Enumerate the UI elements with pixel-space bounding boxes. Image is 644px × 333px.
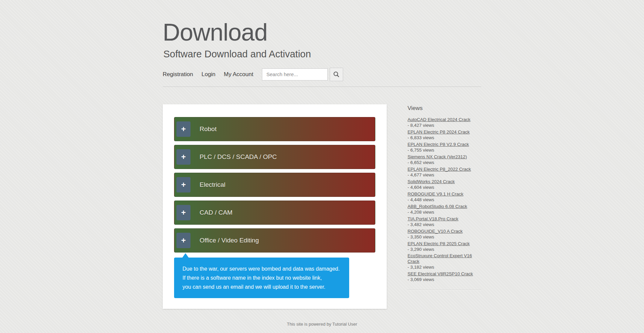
sidebar-views-count: - 6,652 views: [408, 160, 481, 165]
sidebar-link[interactable]: SolidWorks 2024 Crack: [408, 179, 455, 184]
plus-icon: +: [181, 209, 186, 217]
notice-box: Due to the war, our servers were bombed …: [174, 258, 349, 298]
page-tagline: Software Download and Activation: [163, 49, 481, 60]
page-title: Download: [163, 20, 481, 44]
sidebar-link[interactable]: AutoCAD Electrical 2024 Crack: [408, 117, 471, 122]
views-sidebar: Views AutoCAD Electrical 2024 Crack - 8,…: [408, 104, 481, 290]
sidebar-views-count: - 3,069 views: [408, 277, 481, 282]
accordion-item-electrical[interactable]: + Electrical: [174, 173, 375, 197]
sidebar-entry: EPLAN Electric P8_2022 Crack - 4,677 vie…: [408, 166, 481, 178]
sidebar-link[interactable]: ROBOGUIDE_V10 A Crack: [408, 228, 463, 234]
sidebar-entry: ABB_RobotStudio 6.08 Crack - 4,208 views: [408, 203, 481, 215]
sidebar-entry: EPLAN Electric P8 2024 Crack - 6,833 vie…: [408, 129, 481, 141]
search-input[interactable]: [262, 68, 328, 80]
sidebar-link[interactable]: EPLAN Electric P8 V2.9 Crack: [408, 142, 469, 147]
sidebar-entry: ROBOGUIDE V9.1 H Crack - 4,448 views: [408, 191, 481, 203]
notice-line: Due to the war, our servers were bombed …: [182, 264, 341, 273]
sidebar-views-count: - 3,482 views: [408, 222, 481, 227]
sidebar-list: AutoCAD Electrical 2024 Crack - 8,427 vi…: [408, 116, 481, 282]
accordion-label: Robot: [200, 125, 217, 133]
accordion-label: Office / Video Editing: [200, 237, 259, 244]
sidebar-link[interactable]: EPLAN Electric P8_2022 Crack: [408, 166, 471, 172]
plus-icon: +: [181, 153, 186, 161]
sidebar-entry: ROBOGUIDE_V10 A Crack - 3,350 views: [408, 228, 481, 240]
search-button[interactable]: [330, 68, 343, 81]
content-card: + Robot + PLC / DCS / SCADA / OPC + Elec…: [163, 104, 387, 309]
accordion-expand-button[interactable]: +: [176, 233, 191, 248]
sidebar-entry: SolidWorks 2024 Crack - 4,604 views: [408, 178, 481, 190]
sidebar-divider: [408, 290, 481, 290]
search-form: [262, 68, 343, 81]
sidebar-entry: EPLAN Electric P8 2025 Crack - 3,290 vie…: [408, 240, 481, 252]
sidebar-title: Views: [408, 105, 481, 112]
sidebar-views-count: - 3,290 views: [408, 246, 481, 252]
notice-line: you can send us an email and we will upl…: [182, 282, 341, 291]
sidebar-views-count: - 6,833 views: [408, 135, 481, 141]
nav-link-my-account[interactable]: My Account: [224, 71, 253, 78]
sidebar-views-count: - 4,208 views: [408, 209, 481, 215]
sidebar-entry: TIA.Portal.V18.Pro Crack - 3,482 views: [408, 216, 481, 227]
sidebar-link[interactable]: EcoStruxure Control Expert V16 Crack: [408, 253, 481, 264]
sidebar-link[interactable]: ABB_RobotStudio 6.08 Crack: [408, 204, 467, 209]
sidebar-views-count: - 3,182 views: [408, 264, 481, 270]
sidebar-entry: Siemens NX Crack (Ver2312) - 6,652 views: [408, 154, 481, 165]
accordion-label: Electrical: [200, 181, 225, 188]
accordion-expand-button[interactable]: +: [176, 205, 191, 220]
footer-text: This site is powered by Tutorial User: [287, 322, 357, 327]
notice-line: If there is a software name in the index…: [182, 273, 341, 282]
sidebar-entry: EPLAN Electric P8 V2.9 Crack - 6,755 vie…: [408, 141, 481, 153]
plus-icon: +: [181, 125, 186, 133]
sidebar-link[interactable]: EPLAN Electric P8 2024 Crack: [408, 129, 470, 135]
sidebar-link[interactable]: SEE Electrical V8R2SP10 Crack: [408, 271, 473, 277]
header-divider: [163, 87, 481, 87]
nav-link-login[interactable]: Login: [202, 71, 216, 78]
site-header: Download Software Download and Activatio…: [163, 20, 481, 87]
search-icon: [333, 71, 340, 78]
sidebar-views-count: - 4,604 views: [408, 184, 481, 190]
accordion-expand-button[interactable]: +: [176, 149, 191, 165]
header-nav-row: Registration Login My Account: [163, 68, 481, 81]
page-container: Download Software Download and Activatio…: [163, 0, 481, 333]
accordion-expand-button[interactable]: +: [176, 177, 191, 192]
sidebar-link[interactable]: EPLAN Electric P8 2025 Crack: [408, 241, 470, 246]
nav-link-registration[interactable]: Registration: [163, 71, 193, 78]
site-footer: This site is powered by Tutorial User: [163, 322, 481, 333]
plus-icon: +: [181, 236, 186, 244]
sidebar-views-count: - 3,350 views: [408, 234, 481, 240]
accordion-item-cad-cam[interactable]: + CAD / CAM: [174, 201, 375, 225]
accordion-label: PLC / DCS / SCADA / OPC: [200, 153, 277, 161]
accordion-item-robot[interactable]: + Robot: [174, 117, 375, 141]
main-content-row: + Robot + PLC / DCS / SCADA / OPC + Elec…: [163, 104, 481, 309]
sidebar-views-count: - 6,755 views: [408, 147, 481, 153]
accordion-item-office-video-editing[interactable]: + Office / Video Editing: [174, 228, 375, 253]
accordion-item-plc-dcs-scada-opc[interactable]: + PLC / DCS / SCADA / OPC: [174, 145, 375, 169]
sidebar-link[interactable]: TIA.Portal.V18.Pro Crack: [408, 216, 459, 222]
sidebar-views-count: - 8,427 views: [408, 122, 481, 128]
sidebar-entry: SEE Electrical V8R2SP10 Crack - 3,069 vi…: [408, 271, 481, 282]
sidebar-views-count: - 4,448 views: [408, 197, 481, 203]
sidebar-views-count: - 4,677 views: [408, 172, 481, 178]
sidebar-link[interactable]: Siemens NX Crack (Ver2312): [408, 154, 467, 160]
sidebar-entry: EcoStruxure Control Expert V16 Crack - 3…: [408, 253, 481, 270]
notice-pointer: [182, 253, 189, 258]
accordion-label: CAD / CAM: [200, 209, 232, 216]
sidebar-entry: AutoCAD Electrical 2024 Crack - 8,427 vi…: [408, 116, 481, 128]
sidebar-link[interactable]: ROBOGUIDE V9.1 H Crack: [408, 191, 464, 197]
accordion-expand-button[interactable]: +: [176, 121, 191, 137]
plus-icon: +: [181, 181, 186, 189]
